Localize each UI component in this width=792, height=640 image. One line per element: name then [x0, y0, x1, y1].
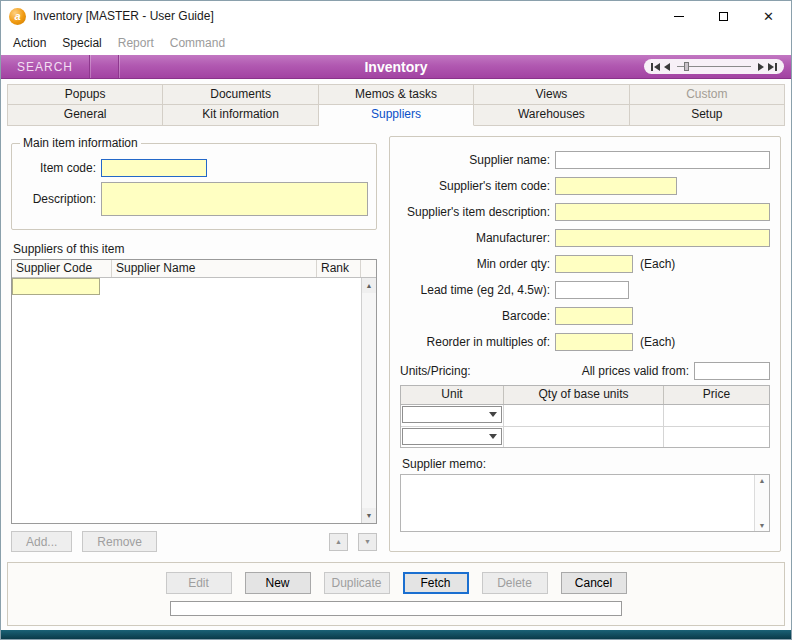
edit-button[interactable]: Edit	[166, 572, 232, 594]
price-cell[interactable]	[664, 405, 769, 426]
status-progress-bar	[170, 601, 622, 616]
supplier-name-label: Supplier name:	[400, 153, 550, 167]
supplier-item-code-label: Supplier's item code:	[400, 179, 550, 193]
delete-button[interactable]: Delete	[482, 572, 548, 594]
next-record-button[interactable]	[758, 63, 764, 71]
move-down-button[interactable]: ▼	[358, 533, 377, 551]
duplicate-button[interactable]: Duplicate	[324, 572, 390, 594]
supplier-item-code-input[interactable]	[555, 177, 677, 195]
tab-warehouses[interactable]: Warehouses	[474, 105, 629, 126]
lead-time-input[interactable]	[555, 281, 629, 299]
add-supplier-button[interactable]: Add...	[11, 531, 72, 552]
unit-pricing-row-1	[401, 405, 769, 426]
tab-popups[interactable]: Popups	[7, 84, 163, 105]
tab-memos-tasks[interactable]: Memos & tasks	[319, 84, 474, 105]
title-bar: a Inventory [MASTER - User Guide] ✕	[1, 1, 791, 31]
cancel-button[interactable]: Cancel	[561, 572, 627, 594]
window-title: Inventory [MASTER - User Guide]	[33, 9, 214, 23]
suppliers-list-scrollbar[interactable]: ▲ ▼	[361, 278, 376, 523]
close-button[interactable]: ✕	[746, 1, 791, 31]
item-code-label: Item code:	[20, 161, 96, 175]
barcode-row: Barcode:	[400, 306, 770, 326]
previous-record-button[interactable]	[664, 63, 670, 71]
supplier-memo-input[interactable]	[401, 475, 754, 531]
tab-row-1: Popups Documents Memos & tasks Views Cus…	[7, 84, 785, 105]
supplier-item-code-row: Supplier's item code:	[400, 176, 770, 196]
chevron-down-icon	[489, 412, 497, 417]
unit-pricing-table: Unit Qty of base units Price	[400, 385, 770, 448]
menu-special[interactable]: Special	[54, 33, 109, 53]
manufacturer-row: Manufacturer:	[400, 228, 770, 248]
new-button[interactable]: New	[245, 572, 311, 594]
item-code-row: Item code:	[20, 159, 368, 177]
suppliers-list-buttons: Add... Remove ▲ ▼	[11, 531, 377, 552]
min-order-qty-input[interactable]	[555, 255, 633, 273]
suppliers-list-table: Supplier Code Supplier Name Rank ▲ ▼	[11, 259, 377, 524]
qty-base-units-cell[interactable]	[504, 405, 664, 426]
unit-pricing-header: Unit Qty of base units Price	[401, 386, 769, 405]
manufacturer-input[interactable]	[555, 229, 770, 247]
reorder-multiples-input[interactable]	[555, 333, 633, 351]
min-order-qty-row: Min order qty: (Each)	[400, 254, 770, 274]
price-cell[interactable]	[664, 427, 769, 447]
unit-dropdown-1[interactable]	[402, 406, 502, 423]
min-order-qty-unit: (Each)	[640, 257, 675, 271]
reorder-multiples-row: Reorder in multiples of: (Each)	[400, 332, 770, 352]
fetch-button[interactable]: Fetch	[403, 572, 469, 594]
first-record-button[interactable]	[651, 63, 660, 71]
scroll-up-icon[interactable]: ▲	[759, 477, 766, 484]
min-order-qty-label: Min order qty:	[400, 257, 550, 271]
column-header-rank[interactable]: Rank	[317, 260, 361, 277]
tab-general[interactable]: General	[7, 105, 163, 126]
supplier-name-input[interactable]	[555, 151, 770, 169]
supplier-code-cell[interactable]	[12, 278, 100, 295]
item-code-input[interactable]	[101, 159, 207, 177]
tab-strip: Popups Documents Memos & tasks Views Cus…	[7, 84, 785, 126]
record-slider[interactable]	[677, 66, 751, 67]
menu-report: Report	[110, 33, 162, 53]
lead-time-label: Lead time (eg 2d, 4.5w):	[400, 283, 550, 297]
last-record-button[interactable]	[768, 63, 777, 71]
action-footer: Edit New Duplicate Fetch Delete Cancel	[7, 562, 785, 626]
supplier-item-description-input[interactable]	[555, 203, 770, 221]
record-slider-handle[interactable]	[684, 62, 689, 71]
description-label: Description:	[20, 192, 96, 206]
suppliers-list-header: Supplier Code Supplier Name Rank	[12, 260, 376, 278]
column-header-supplier-name[interactable]: Supplier Name	[112, 260, 317, 277]
minimize-button[interactable]	[656, 1, 701, 31]
description-input[interactable]	[101, 182, 368, 216]
move-up-button[interactable]: ▲	[329, 533, 348, 551]
barcode-input[interactable]	[555, 307, 633, 325]
supplier-item-description-row: Supplier's item description:	[400, 202, 770, 222]
menu-action[interactable]: Action	[5, 33, 54, 53]
unit-cell	[401, 405, 504, 426]
prices-valid-from-input[interactable]	[694, 362, 770, 380]
main-item-information-group: Main item information Item code: Descrip…	[11, 136, 377, 230]
action-buttons: Edit New Duplicate Fetch Delete Cancel	[166, 572, 627, 594]
window-controls: ✕	[656, 1, 791, 31]
tab-documents[interactable]: Documents	[163, 84, 318, 105]
tab-setup[interactable]: Setup	[630, 105, 785, 126]
scroll-down-icon[interactable]: ▼	[362, 508, 376, 523]
remove-supplier-button[interactable]: Remove	[82, 531, 157, 552]
column-header-supplier-code[interactable]: Supplier Code	[12, 260, 112, 277]
tab-kit-information[interactable]: Kit information	[163, 105, 318, 126]
tab-suppliers[interactable]: Suppliers	[319, 105, 474, 126]
units-pricing-label: Units/Pricing:	[400, 364, 471, 378]
unit-dropdown-2[interactable]	[402, 428, 502, 445]
supplier-item-description-label: Supplier's item description:	[400, 205, 550, 219]
supplier-memo-label: Supplier memo:	[402, 457, 770, 471]
supplier-memo-scrollbar[interactable]: ▲ ▼	[754, 475, 769, 531]
scroll-down-icon[interactable]: ▼	[759, 522, 766, 529]
tab-views[interactable]: Views	[474, 84, 629, 105]
column-header-qty-base-units: Qty of base units	[504, 386, 664, 404]
search-button[interactable]: SEARCH	[1, 60, 89, 74]
maximize-button[interactable]	[701, 1, 746, 31]
units-pricing-row: Units/Pricing: All prices valid from:	[400, 362, 770, 380]
scroll-track[interactable]	[362, 293, 376, 508]
suppliers-list-caption: Suppliers of this item	[13, 242, 377, 256]
qty-base-units-cell[interactable]	[504, 427, 664, 447]
unit-pricing-row-2	[401, 426, 769, 447]
toolbar-segment	[90, 55, 118, 78]
scroll-up-icon[interactable]: ▲	[362, 278, 376, 293]
